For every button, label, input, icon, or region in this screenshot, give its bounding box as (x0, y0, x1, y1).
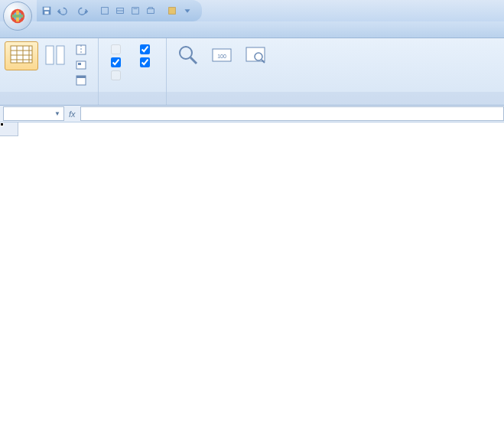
qat-icon-5[interactable] (113, 4, 127, 18)
normal-view-icon (9, 43, 34, 67)
svg-rect-5 (44, 8, 50, 11)
headings-checkbox[interactable] (140, 57, 154, 67)
qat-icon-8[interactable] (165, 4, 179, 18)
gridlines-checkbox[interactable] (111, 57, 125, 67)
svg-line-28 (190, 57, 197, 64)
page-break-button[interactable] (72, 43, 93, 57)
formula-input[interactable] (80, 106, 504, 121)
quick-access-toolbar (37, 0, 202, 21)
svg-text:100: 100 (217, 54, 226, 59)
office-button[interactable] (3, 2, 32, 31)
svg-rect-6 (44, 11, 48, 15)
formula-buttons: fx (64, 109, 80, 119)
name-box-dropdown-icon[interactable]: ▼ (54, 110, 60, 117)
column-headers (18, 122, 504, 136)
spreadsheet-grid[interactable] (0, 122, 504, 434)
svg-rect-3 (12, 15, 24, 18)
formula-bar-row: ▼ fx (0, 106, 504, 122)
page-layout-button[interactable] (38, 41, 72, 70)
svg-rect-11 (169, 8, 176, 15)
svg-point-27 (180, 47, 192, 59)
normal-view-button[interactable] (5, 41, 38, 70)
zoom-icon (176, 43, 200, 67)
title-bar (0, 0, 504, 21)
zoom-selection-button[interactable] (239, 41, 272, 70)
svg-rect-20 (57, 46, 64, 64)
zoom-100-icon: 100 (210, 43, 234, 67)
ribbon-tabs (0, 21, 504, 38)
group-views (0, 38, 99, 105)
page-layout-icon (43, 43, 67, 67)
name-box[interactable]: ▼ (3, 106, 64, 121)
custom-views-button[interactable] (72, 58, 93, 72)
group-zoom: 100 (167, 38, 504, 105)
qat-icon-4[interactable] (98, 4, 112, 18)
save-icon[interactable] (40, 4, 54, 18)
page-break-icon (75, 44, 87, 56)
svg-rect-26 (76, 76, 86, 78)
ribbon: 100 (0, 38, 504, 106)
svg-rect-24 (78, 63, 81, 65)
fill-handle[interactable] (0, 122, 4, 126)
zoom-button[interactable] (171, 41, 205, 70)
qat-dropdown-icon[interactable] (180, 4, 194, 18)
custom-views-icon (75, 59, 87, 71)
ruler-checkbox (111, 44, 125, 54)
svg-rect-10 (148, 8, 154, 13)
redo-icon[interactable] (76, 4, 90, 18)
qat-icon-7[interactable] (144, 4, 158, 18)
undo-icon[interactable] (55, 4, 69, 18)
formula-bar-checkbox[interactable] (140, 44, 154, 54)
full-screen-button[interactable] (72, 73, 93, 87)
fx-icon[interactable]: fx (69, 109, 76, 119)
messages-checkbox (111, 70, 125, 80)
full-screen-icon (75, 74, 87, 86)
svg-rect-7 (102, 8, 109, 15)
views-group-label (0, 92, 98, 105)
show-group-label (99, 92, 166, 105)
group-show (99, 38, 167, 105)
svg-rect-19 (46, 46, 54, 64)
zoom-100-button[interactable]: 100 (205, 41, 239, 70)
zoom-group-label (167, 92, 504, 105)
zoom-selection-icon (243, 43, 268, 67)
qat-icon-6[interactable] (128, 4, 142, 18)
